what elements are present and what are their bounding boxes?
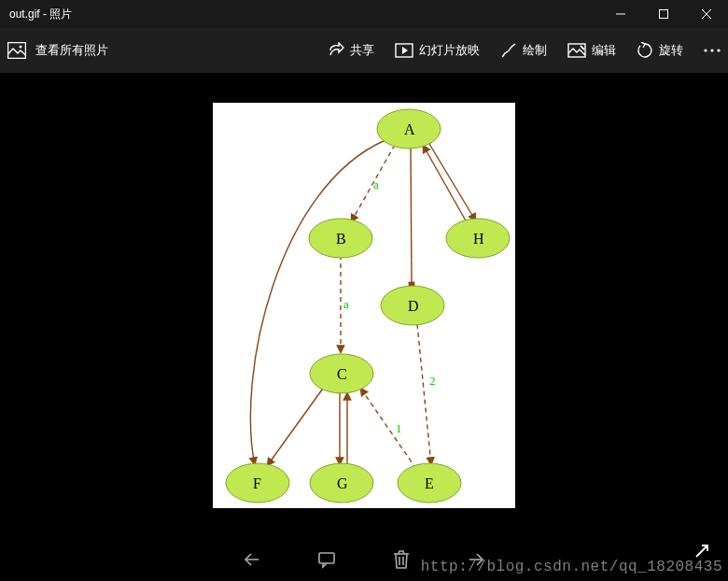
expand-icon [693, 542, 711, 560]
svg-marker-7 [402, 47, 408, 54]
svg-rect-32 [319, 553, 334, 563]
arrow-right-icon [467, 550, 485, 569]
minimize-button[interactable] [599, 0, 642, 28]
close-icon [702, 9, 711, 19]
svg-point-9 [704, 49, 707, 51]
titlebar: out.gif - 照片 [0, 0, 728, 28]
edge-label-2: 2 [429, 374, 436, 388]
node-C: C [337, 366, 347, 382]
bottom-bar [0, 538, 728, 581]
share-label: 共享 [350, 42, 374, 59]
toolbar: 查看所有照片 共享 幻灯片放映 绘制 [0, 28, 728, 73]
toolbar-left: 查看所有照片 [7, 42, 108, 59]
node-F: F [253, 475, 261, 491]
node-D: D [408, 298, 419, 314]
svg-point-10 [710, 49, 713, 51]
node-A: A [404, 121, 415, 137]
svg-point-11 [717, 49, 720, 51]
trash-icon [393, 550, 410, 569]
svg-point-5 [20, 46, 22, 49]
draw-icon [500, 42, 517, 59]
window-title: out.gif - 照片 [0, 7, 72, 22]
rotate-label: 旋转 [659, 42, 683, 59]
content-area: a a 2 [0, 73, 728, 538]
edit-button[interactable]: 编辑 [567, 42, 616, 59]
svg-line-19 [267, 386, 325, 466]
slideshow-button[interactable]: 幻灯片放映 [395, 42, 480, 59]
arrow-left-icon [243, 550, 261, 569]
node-B: B [336, 231, 346, 247]
share-button[interactable]: 共享 [328, 42, 374, 59]
more-button[interactable] [704, 49, 721, 52]
slideshow-icon [395, 43, 413, 58]
photos-collection-icon[interactable] [7, 42, 26, 59]
maximize-icon [659, 9, 668, 19]
edit-icon [567, 43, 586, 58]
close-button[interactable] [685, 0, 728, 28]
share-icon [328, 42, 344, 59]
svg-line-15 [423, 145, 467, 222]
next-button[interactable] [465, 548, 487, 571]
edge-label-1: 1 [396, 421, 402, 435]
delete-button[interactable] [390, 548, 413, 571]
draw-button[interactable]: 绘制 [500, 42, 547, 59]
svg-line-16 [429, 144, 476, 221]
svg-line-22 [360, 388, 416, 469]
comment-icon [317, 550, 336, 569]
edge-label-a2: a [343, 297, 349, 311]
toolbar-actions: 共享 幻灯片放映 绘制 编辑 [328, 42, 721, 59]
minimize-icon [616, 9, 625, 19]
node-E: E [425, 475, 434, 491]
edit-label: 编辑 [592, 42, 616, 59]
comment-button[interactable] [315, 548, 338, 571]
svg-line-18 [417, 324, 431, 465]
node-H: H [473, 231, 484, 247]
more-icon [704, 49, 721, 52]
draw-label: 绘制 [523, 42, 547, 59]
node-G: G [337, 475, 348, 491]
window-controls [599, 0, 728, 28]
slideshow-label: 幻灯片放映 [419, 42, 480, 59]
svg-line-14 [411, 148, 412, 285]
photos-app-window: out.gif - 照片 查看所有照片 共享 [0, 0, 728, 581]
displayed-image[interactable]: a a 2 [213, 103, 515, 508]
maximize-button[interactable] [642, 0, 685, 28]
svg-rect-1 [660, 10, 668, 19]
view-all-photos-label[interactable]: 查看所有照片 [35, 42, 108, 59]
edge-label-a1: a [373, 177, 379, 191]
previous-button[interactable] [241, 548, 263, 571]
rotate-button[interactable]: 旋转 [637, 42, 683, 59]
fullscreen-button[interactable] [693, 542, 711, 564]
svg-line-36 [696, 546, 707, 557]
rotate-icon [637, 42, 653, 59]
